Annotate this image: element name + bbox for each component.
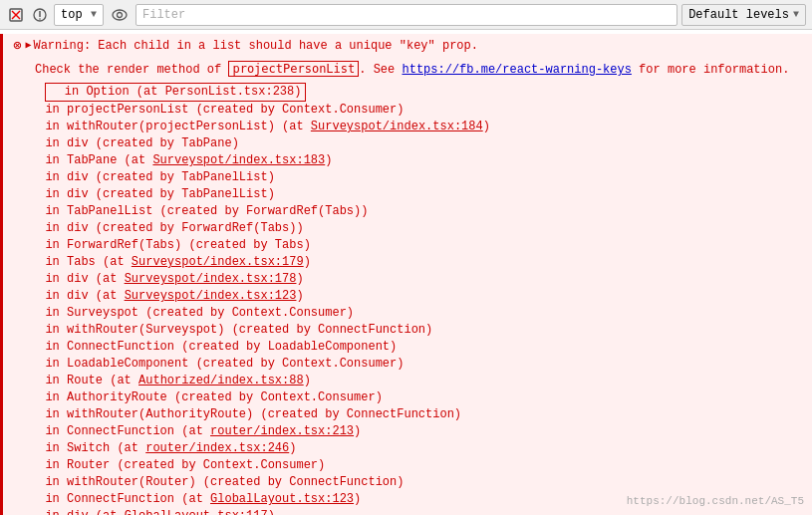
- stack-line-2: in withRouter(projectPersonList) (at Sur…: [31, 119, 812, 135]
- highlighted-box: in Option (at PersonList.tsx:238): [45, 83, 306, 102]
- error-check-render: Check the render method of projectPerson…: [7, 58, 812, 81]
- stack-line-16: in LoadableComponent (created by Context…: [31, 356, 812, 373]
- svg-point-7: [118, 12, 123, 17]
- stack-line-18: in AuthorityRoute (created by Context.Co…: [31, 389, 812, 406]
- stack-line-4: in TabPane (at Surveyspot/index.tsx:183): [31, 152, 812, 169]
- stack-line-6: in div (created by TabPanelList): [31, 186, 812, 203]
- stack-line-13: in Surveyspot (created by Context.Consum…: [31, 305, 812, 322]
- filter-placeholder: Filter: [142, 8, 185, 22]
- stack-trace: in Option (at PersonList.tsx:238) in pro…: [7, 81, 812, 515]
- router-link-2[interactable]: router/index.tsx:246: [145, 441, 289, 455]
- fb-link[interactable]: https://fb.me/react-warning-keys: [402, 63, 631, 77]
- expand-icon[interactable]: ▶: [25, 37, 31, 55]
- error-circle-icon: ⊗: [13, 37, 21, 55]
- stack-line-14: in withRouter(Surveyspot) (created by Co…: [31, 322, 812, 339]
- stack-line-15: in ConnectFunction (created by LoadableC…: [31, 339, 812, 356]
- default-levels-label: Default levels: [688, 8, 789, 22]
- console-toolbar: top ▼ Filter Default levels ▼: [0, 0, 812, 30]
- stack-line-5: in div (created by TabPanelList): [31, 169, 812, 186]
- surveyspot-link-4[interactable]: Surveyspot/index.tsx:178: [125, 272, 297, 286]
- stop-recording-icon[interactable]: [6, 5, 26, 25]
- svg-point-5: [39, 18, 41, 20]
- error-header: ⊗ ▶ Warning: Each child in a list should…: [7, 34, 812, 58]
- source-dropdown-arrow: ▼: [91, 9, 97, 20]
- stack-line-17: in Route (at Authorized/index.tsx:88): [31, 373, 812, 389]
- stack-line-7: in TabPanelList (created by ForwardRef(T…: [31, 203, 812, 220]
- stack-line-10: in Tabs (at Surveyspot/index.tsx:179): [31, 254, 812, 271]
- stack-line-20: in ConnectFunction (at router/index.tsx:…: [31, 423, 812, 440]
- source-label: top: [61, 8, 87, 22]
- filter-input[interactable]: Filter: [135, 4, 677, 26]
- stack-line-9: in ForwardRef(Tabs) (created by Tabs): [31, 237, 812, 254]
- stack-line-1: in projectPersonList (created by Context…: [31, 102, 812, 119]
- watermark: https://blog.csdn.net/AS_T5: [627, 495, 804, 507]
- clear-icon[interactable]: [30, 5, 50, 25]
- check-render-prefix: Check the render method of: [35, 63, 228, 77]
- highlighted-stack-line: in Option (at PersonList.tsx:238): [31, 83, 812, 102]
- console-output: ⊗ ▶ Warning: Each child in a list should…: [0, 30, 812, 515]
- stack-line-8: in div (created by ForwardRef(Tabs)): [31, 220, 812, 237]
- router-link-1[interactable]: router/index.tsx:213: [210, 424, 354, 438]
- global-layout-link-1[interactable]: GlobalLayout.tsx:123: [210, 492, 354, 506]
- eye-icon[interactable]: [110, 5, 130, 25]
- stack-line-25: in div (at GlobalLayout.tsx:117): [31, 508, 812, 515]
- source-selector[interactable]: top ▼: [54, 4, 104, 26]
- stack-line-23: in withRouter(Router) (created by Connec…: [31, 474, 812, 491]
- info-link-suffix: for more information.: [632, 63, 789, 77]
- error-entry: ⊗ ▶ Warning: Each child in a list should…: [0, 34, 812, 515]
- surveyspot-link-1[interactable]: Surveyspot/index.tsx:184: [311, 120, 483, 133]
- stack-line-3: in div (created by TabPane): [31, 135, 812, 152]
- stack-line-19: in withRouter(AuthorityRoute) (created b…: [31, 406, 812, 423]
- svg-point-6: [113, 10, 127, 20]
- stack-line-22: in Router (created by Context.Consumer): [31, 457, 812, 474]
- default-levels-arrow: ▼: [793, 9, 799, 20]
- authorized-link[interactable]: Authorized/index.tsx:88: [138, 374, 304, 387]
- surveyspot-link-5[interactable]: Surveyspot/index.tsx:123: [125, 289, 297, 303]
- default-levels-dropdown[interactable]: Default levels ▼: [681, 4, 806, 26]
- component-name-code: projectPersonList: [228, 61, 359, 77]
- global-layout-link-2[interactable]: GlobalLayout.tsx:117: [125, 509, 268, 515]
- surveyspot-link-2[interactable]: Surveyspot/index.tsx:183: [152, 153, 325, 167]
- stack-line-21: in Switch (at router/index.tsx:246): [31, 440, 812, 457]
- error-warning-text: Warning: Each child in a list should hav…: [33, 37, 477, 55]
- check-render-suffix: . See: [359, 63, 402, 77]
- stack-line-11: in div (at Surveyspot/index.tsx:178): [31, 271, 812, 288]
- stack-line-12: in div (at Surveyspot/index.tsx:123): [31, 288, 812, 305]
- surveyspot-link-3[interactable]: Surveyspot/index.tsx:179: [132, 255, 304, 269]
